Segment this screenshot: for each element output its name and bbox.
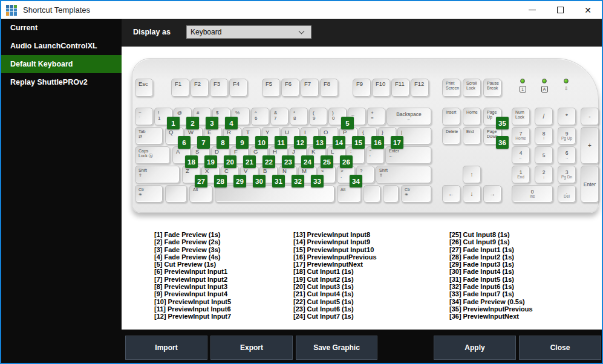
key-f10[interactable]: F10 — [372, 79, 390, 97]
key-shift-left[interactable]: Shift ⇧ — [135, 166, 180, 183]
shortcut-list-item: [25] Cut Input8 (1s) — [449, 231, 587, 238]
key-f6[interactable]: F6 — [281, 79, 299, 97]
key-menu[interactable] — [383, 185, 399, 203]
key-arrow-right[interactable]: → — [483, 185, 501, 203]
shortcut-badge-30: 30 — [253, 175, 266, 187]
key-f12[interactable]: F12 — [411, 79, 429, 97]
shortcut-badge-27: 27 — [195, 175, 207, 187]
key-f2[interactable]: F2 — [191, 79, 209, 97]
led-dot — [564, 79, 569, 83]
key-alt-right[interactable]: Alt — [337, 185, 361, 203]
shortcut-list-item: [11] PreviewInput Input6 — [154, 305, 292, 313]
key-win-right[interactable] — [363, 185, 380, 203]
key-7[interactable]: & 7 — [270, 108, 288, 125]
chevron-down-icon — [299, 28, 305, 34]
export-button[interactable]: Export — [210, 336, 293, 360]
key-tab[interactable]: Tab ⇄ — [135, 127, 163, 145]
key-insert[interactable]: Insert — [442, 108, 460, 125]
key-np-6[interactable]: 6→ — [558, 146, 576, 164]
sidebar-item-default-keyboard[interactable]: Default Keyboard — [1, 55, 122, 73]
key-np-8[interactable]: 8↑ — [535, 127, 553, 145]
key-page-up[interactable]: Page Up35 — [483, 108, 501, 125]
key-scroll-lock[interactable]: Scroll Lock — [463, 79, 481, 97]
key-equals[interactable]: + = — [367, 108, 385, 125]
key-arrow-left[interactable]: ← — [442, 185, 460, 203]
key-end[interactable]: End — [463, 127, 481, 145]
import-button[interactable]: Import — [125, 336, 207, 360]
key-backspace[interactable]: Backspace← — [386, 108, 431, 125]
key-8[interactable]: * 8 — [290, 108, 308, 125]
key-delete[interactable]: Delete — [442, 127, 460, 145]
key-esc[interactable]: Esc — [135, 79, 153, 97]
key-np-9[interactable]: 9Pg Up — [558, 127, 576, 145]
minimize-button[interactable] — [518, 1, 546, 19]
close-dialog-button[interactable]: Close — [519, 336, 601, 360]
key-f1[interactable]: F1 — [171, 79, 189, 97]
key-z[interactable]: Z27 — [182, 166, 200, 183]
key-label: E — [207, 129, 211, 135]
display-as-select[interactable]: Keyboard — [186, 25, 311, 39]
key-num-lock[interactable]: Num Lock — [512, 108, 530, 125]
key-f9[interactable]: F9 — [353, 79, 371, 97]
key-np-multiply[interactable]: * — [558, 108, 576, 125]
key-f3[interactable]: F3 — [210, 79, 228, 97]
key-arrow-down[interactable]: ↓ — [463, 185, 481, 203]
key-shift-right[interactable]: Shift ⇧ — [376, 166, 431, 183]
sidebar-item-current[interactable]: Current — [1, 19, 122, 37]
key-6[interactable]: ^ 6 — [251, 108, 269, 125]
key-space[interactable] — [215, 185, 334, 203]
key-arrow-up[interactable]: ↑ — [463, 166, 481, 183]
key-pause-break[interactable]: Pause Break — [483, 79, 501, 97]
apply-button[interactable]: Apply — [434, 336, 516, 360]
save-graphic-button[interactable]: Save Graphic — [296, 336, 377, 360]
key-page-down[interactable]: Page Down36 — [483, 127, 501, 145]
key-home[interactable]: Home — [463, 108, 481, 125]
key-label: ) 0 — [332, 110, 334, 121]
sidebar-item-audio-launchcontrolxl[interactable]: Audio LaunchControlXL — [1, 37, 122, 55]
shortcut-list-item: [1] Fade Preview (1s) — [154, 231, 292, 238]
key-0[interactable]: ) 05 — [328, 108, 347, 125]
key-np-divide[interactable]: / — [535, 108, 553, 125]
shortcut-badge-15: 15 — [352, 136, 365, 149]
app-logo-square — [14, 12, 17, 15]
key-np-enter[interactable]: Enter — [581, 166, 599, 203]
key-enter[interactable]: Enter ← — [385, 146, 431, 164]
key-caps-lock[interactable]: Caps Lock Ⓐ — [135, 146, 170, 164]
key-np-0[interactable]: 0Ins — [512, 185, 553, 203]
key-f11[interactable]: F11 — [391, 79, 409, 97]
key-ctrl-left[interactable]: Ctr ✳ — [135, 185, 163, 203]
key-print-screen[interactable]: Print Screen — [442, 79, 460, 97]
key-np-2[interactable]: 2↓ — [535, 166, 553, 183]
key-period[interactable]: > .34 — [337, 166, 355, 183]
key-f7[interactable]: F7 — [301, 79, 319, 97]
key-a[interactable]: A18 — [172, 146, 191, 164]
key-label: 8 — [543, 131, 546, 136]
key-np-4[interactable]: 4← — [512, 146, 530, 164]
key-1[interactable]: ! 11 — [154, 108, 172, 125]
key-f4[interactable]: F4 — [229, 79, 247, 97]
key-ctrl-right[interactable]: Ctr ✳ — [401, 185, 431, 203]
window-controls: ✕ — [518, 1, 602, 19]
key-label: " ' — [370, 149, 371, 160]
key-alt-left[interactable]: Alt — [189, 185, 212, 203]
key-win-left[interactable] — [165, 185, 187, 203]
close-button[interactable]: ✕ — [574, 1, 602, 19]
key-np-subtract[interactable]: - — [581, 108, 599, 125]
key-label: Ctr ✳ — [405, 187, 410, 197]
key-np-3[interactable]: 3Pg Dn — [558, 166, 576, 183]
key-f5[interactable]: F5 — [262, 79, 280, 97]
key-np-decimal[interactable]: .Del — [558, 185, 576, 203]
maximize-button[interactable] — [546, 1, 574, 19]
shortcut-list-item: [29] Fade Input3 (1s) — [449, 261, 587, 268]
key-np-5[interactable]: 5 — [535, 146, 553, 164]
key-q[interactable]: Q6 — [165, 127, 183, 145]
key-label: End — [466, 129, 474, 134]
key-grave[interactable]: ~ ` — [135, 108, 153, 125]
key-quote[interactable]: " ' — [366, 146, 384, 164]
key-9[interactable]: ( 9 — [309, 108, 327, 125]
key-np-7[interactable]: 7Home — [512, 127, 530, 145]
key-f8[interactable]: F8 — [320, 79, 338, 97]
key-np-add[interactable]: + — [581, 127, 599, 164]
sidebar-item-replay-shuttleprov2[interactable]: Replay ShuttlePROv2 — [1, 73, 122, 91]
key-np-1[interactable]: 1End — [512, 166, 530, 183]
